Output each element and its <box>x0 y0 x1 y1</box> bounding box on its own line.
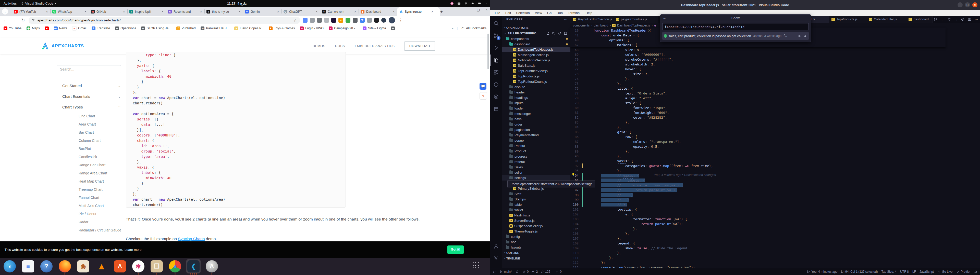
sidebar-section-get-started[interactable]: Get Started⌄ <box>62 84 121 88</box>
tree-item-settings[interactable]: settings <box>502 175 570 180</box>
gitlens-blame[interactable]: You, 4 minutes ago <box>807 270 837 273</box>
sync-icon[interactable] <box>948 18 951 21</box>
extension-icon-7[interactable] <box>345 18 350 23</box>
tree-item-layouts[interactable]: layouts <box>502 245 570 250</box>
tree-item-popup[interactable]: popup <box>502 138 570 143</box>
nav-docs[interactable]: DOCS <box>335 44 345 48</box>
sync-changes[interactable] <box>515 270 519 273</box>
learn-more-link[interactable]: Learn more <box>124 248 142 251</box>
tree-item-product[interactable]: Product <box>502 149 570 154</box>
activity-remote-circle-icon[interactable] <box>490 91 502 102</box>
history-icon[interactable] <box>961 17 964 21</box>
tree-item-seller[interactable]: seller <box>502 170 570 175</box>
prettier[interactable]: Prettier <box>956 270 970 273</box>
bookmark-star-icon[interactable]: ☆ <box>294 18 297 23</box>
chevron-down-icon[interactable] <box>484 2 488 6</box>
sidebar-item-candlestick[interactable]: Candlestick <box>79 155 97 159</box>
site-info-icon[interactable] <box>32 19 35 22</box>
newfolder-icon[interactable] <box>552 32 555 35</box>
tree-item-inputs[interactable]: inputs <box>502 100 570 106</box>
split-editor-icon[interactable] <box>968 17 971 21</box>
dock-firefox[interactable] <box>58 259 72 273</box>
tree-item-printful[interactable]: Printful <box>502 143 570 149</box>
screenshot-icon[interactable] <box>457 2 461 6</box>
tree-item-paymentmethod[interactable]: PaymentMethod <box>502 133 570 138</box>
quickpick-back-icon[interactable]: ← <box>663 16 666 20</box>
tree-item-dashboard[interactable]: dashboard <box>502 41 570 47</box>
menu-edit[interactable]: Edit <box>503 11 513 15</box>
browser-tab-can-we-rem[interactable]: ●Can we rem× <box>320 7 363 16</box>
profile-avatar[interactable] <box>389 17 395 24</box>
vscode-window-controls[interactable]: – □ × <box>958 2 977 7</box>
tree-item-topcountriesview-js[interactable]: JSTopCountriesView.js <box>502 68 570 74</box>
tab-size[interactable]: Tab Size: 4 <box>881 270 897 273</box>
editor-tab-dashboard[interactable]: JSdashboard <box>906 16 933 23</box>
language-mode[interactable]: JavaScript <box>920 270 934 273</box>
extension-icon-2[interactable] <box>310 18 315 23</box>
bookmark-icon-2[interactable]: ▶ <box>45 27 49 30</box>
bookmark-translate[interactable]: 文Translate <box>92 27 110 30</box>
system-tray[interactable] <box>450 2 488 6</box>
syncing-charts-link[interactable]: Syncing Charts <box>178 237 205 241</box>
editor-tab-payouttaxinfosection-js[interactable]: JSPayoutTaxInfoSection.js <box>570 16 613 23</box>
tree-item-toprefferalcount-js[interactable]: JSTopRefferalCount.js <box>502 79 570 84</box>
tab-close-icon[interactable]: × <box>123 9 125 14</box>
dock-thunderbird[interactable]: ◖ <box>3 259 17 273</box>
problems-indicator[interactable]: 02125 <box>522 270 552 273</box>
tree-item-suspendedseller-js[interactable]: JSSuspendedSeller.js <box>502 223 570 229</box>
dock-ubuntu-software[interactable]: A <box>113 259 127 273</box>
activities-button[interactable]: Activities <box>3 2 17 5</box>
bookmark-flavio-copes-p-[interactable]: ☻Flavio Copes P... <box>234 27 264 30</box>
tree-item-sales[interactable]: Sales <box>502 164 570 170</box>
sidebar-item-pie-donut[interactable]: Pie / Donut <box>79 212 96 216</box>
activity-package-box-icon[interactable] <box>490 103 502 115</box>
sidebar-section-chart-types[interactable]: Chart Types⌃ <box>62 105 121 109</box>
activity-run-debug-icon[interactable] <box>490 42 502 54</box>
go-live[interactable]: Go Live <box>937 270 953 273</box>
explorer-more-icon[interactable]: ⋯ <box>564 17 567 21</box>
tree-item-dashboardtopheader-js[interactable]: JSDashboardTopHeader.js <box>502 47 570 52</box>
tree-item-hoc[interactable]: hoc <box>502 239 570 245</box>
git-branch[interactable]: main* <box>500 270 512 273</box>
feedback-chat-button[interactable]: 💬 <box>479 83 487 90</box>
extension-icon-9[interactable]: 文 <box>360 18 365 23</box>
menu-help[interactable]: Help <box>583 11 595 15</box>
extension-icon-4[interactable] <box>324 18 329 23</box>
customize-palette-button[interactable]: ✎ <box>479 92 487 100</box>
search-commit-icon[interactable] <box>803 34 807 38</box>
menu-terminal[interactable]: Terminal <box>566 11 583 15</box>
eol[interactable]: LF <box>912 270 916 273</box>
menu-go[interactable]: Go <box>545 11 554 15</box>
tab-close-icon[interactable]: × <box>161 9 164 14</box>
refresh-icon[interactable] <box>558 32 562 35</box>
dock-chrome[interactable]: ● <box>168 259 182 273</box>
browser-tab-whatsapp[interactable]: ✆WhatsApp× <box>50 7 93 16</box>
bookmark-toys-games[interactable]: ♟Toys & Games <box>269 27 295 30</box>
tab-close-icon[interactable]: × <box>200 9 202 14</box>
tree-item-progress[interactable]: progress <box>502 154 570 159</box>
tab-close-icon[interactable]: × <box>277 9 280 14</box>
download-button[interactable]: DOWNLOAD <box>404 41 435 51</box>
menu-selection[interactable]: Selection <box>514 11 532 15</box>
bookmarks-overflow-icon[interactable]: » <box>452 27 453 30</box>
activity-explorer-icon[interactable] <box>490 54 502 66</box>
tree-item-messengersection-js[interactable]: JSMessengerSection.js <box>502 52 570 58</box>
menu-run[interactable]: Run <box>554 11 565 15</box>
timeline-section[interactable]: ›TIMELINE <box>502 256 570 261</box>
nav-back-icon[interactable]: ← <box>941 17 944 21</box>
browser-tab-synchronize[interactable]: Synchronize× <box>397 7 440 16</box>
tree-item-messenger[interactable]: messenger <box>502 111 570 116</box>
page-scrollbar[interactable] <box>487 33 489 69</box>
browser-tab-gemini[interactable]: ✦Gemini× <box>243 7 286 16</box>
reload-button[interactable]: ↻ <box>20 17 26 23</box>
quickpick-item[interactable]: sales, edit product, collection id passe… <box>662 32 809 40</box>
tree-item-headings[interactable]: headings <box>502 95 570 100</box>
tab-close-icon[interactable]: × <box>393 9 395 14</box>
tree-item-notificationssection-js[interactable]: JSNotificationsSection.js <box>502 58 570 63</box>
clock[interactable]: 11:274 مارچ <box>227 2 247 5</box>
tree-item-servererror-js[interactable]: JSServerError.js <box>502 218 570 223</box>
battery-icon[interactable] <box>477 2 482 6</box>
sidebar-item-line-chart[interactable]: Line Chart <box>79 114 95 118</box>
browser-close-icon[interactable]: × <box>485 8 487 12</box>
sidebar-item-treemap-chart[interactable]: Treemap Chart <box>79 187 103 191</box>
